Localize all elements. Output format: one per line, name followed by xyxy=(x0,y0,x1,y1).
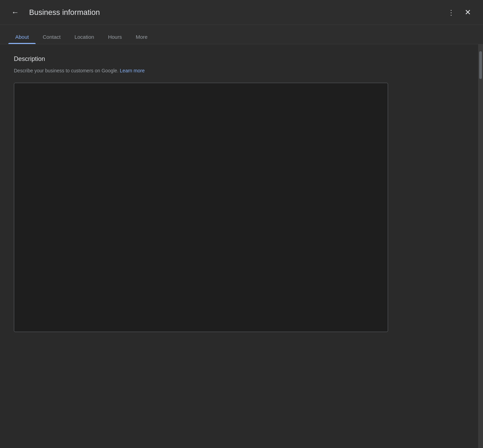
tab-contact[interactable]: Contact xyxy=(36,28,68,44)
learn-more-link[interactable]: Learn more xyxy=(120,68,145,73)
description-section-title: Description xyxy=(14,55,464,63)
description-textarea[interactable] xyxy=(14,83,388,332)
main-content: Description Describe your business to cu… xyxy=(0,44,483,448)
back-arrow-icon: ← xyxy=(11,8,19,17)
page-title: Business information xyxy=(29,8,100,17)
tab-location[interactable]: Location xyxy=(68,28,101,44)
three-dots-icon: ⋮ xyxy=(448,8,455,17)
tab-hours[interactable]: Hours xyxy=(101,28,129,44)
back-button[interactable]: ← xyxy=(8,6,22,19)
scrollbar-track[interactable] xyxy=(478,44,483,448)
close-icon: ✕ xyxy=(465,8,471,17)
header: ← Business information ⋮ ✕ xyxy=(0,0,483,25)
close-button[interactable]: ✕ xyxy=(461,6,475,19)
more-options-button[interactable]: ⋮ xyxy=(444,6,458,19)
tab-more[interactable]: More xyxy=(129,28,155,44)
header-right: ⋮ ✕ xyxy=(444,6,475,19)
tabs-bar: About Contact Location Hours More xyxy=(0,25,483,44)
description-section-text: Describe your business to customers on G… xyxy=(14,67,464,74)
tab-about[interactable]: About xyxy=(8,28,36,44)
content-area: Description Describe your business to cu… xyxy=(0,44,478,448)
header-left: ← Business information xyxy=(8,6,444,19)
scrollbar-thumb[interactable] xyxy=(479,51,482,79)
